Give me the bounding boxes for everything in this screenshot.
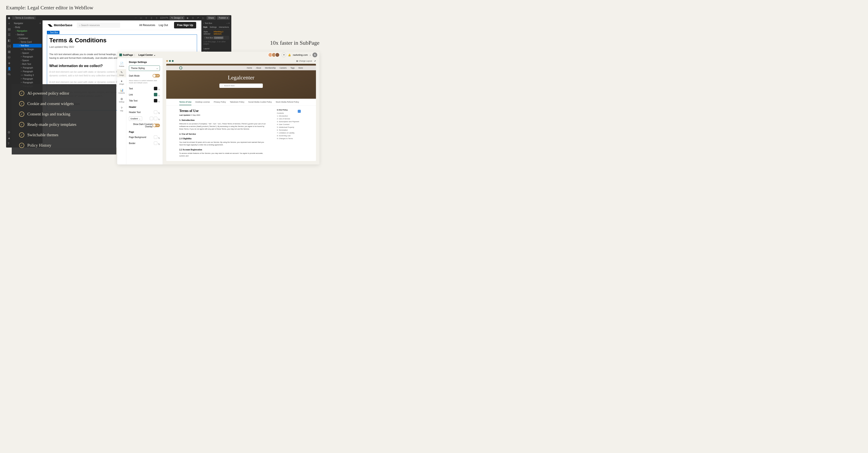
signup-button[interactable]: Free Sign Up <box>174 22 196 28</box>
desktop-icon[interactable]: ▭ <box>139 16 143 20</box>
more-icon[interactable]: ⋯ <box>134 16 138 20</box>
rail-item-design[interactable]: ✎Design <box>117 69 126 77</box>
cms-icon[interactable]: ⛁ <box>8 56 10 59</box>
toc-item[interactable]: 8. Governing Law <box>277 135 303 137</box>
hero-search-input[interactable]: ⌕ Search here <box>219 84 263 88</box>
mobile-icon[interactable]: ▯ <box>155 16 159 20</box>
publish-button[interactable]: Publish ▾ <box>217 16 229 20</box>
mobile-l-icon[interactable]: ▯ <box>150 16 153 20</box>
nav-icon[interactable]: ☰ <box>8 33 11 36</box>
page-selector[interactable]: Legal Center ⌄ <box>138 54 156 56</box>
policy-tab[interactable]: Desktop License <box>195 101 210 105</box>
ai-badge-icon[interactable] <box>298 110 301 113</box>
nav-tree-item[interactable]: H3 Heading 3 <box>13 73 42 77</box>
dropdown-icon[interactable]: ↓ <box>310 54 311 56</box>
theme-select[interactable]: Theme Styling⌄ <box>129 66 160 71</box>
site-logo-icon[interactable] <box>179 66 182 69</box>
hero-nav-link[interactable]: About <box>256 67 261 69</box>
rail-item-widget[interactable]: ✦Widget <box>117 78 126 86</box>
interactions-tab[interactable]: Interactions <box>219 26 229 28</box>
apps-icon[interactable]: ▲ <box>8 136 11 140</box>
toc-item[interactable]: 1. Introduction <box>277 115 303 117</box>
style-tab[interactable]: Style <box>203 26 208 28</box>
reset-icon[interactable]: ↻ <box>158 88 160 91</box>
hero-nav-link[interactable]: Home <box>247 67 252 69</box>
nav-tree-item[interactable]: ▫ Terms Card <box>13 40 42 44</box>
nav-tree-item[interactable]: ▫ Container <box>13 36 42 40</box>
reset-icon[interactable]: ↻ <box>158 94 160 97</box>
toc-item[interactable]: 4. User Conduct <box>277 124 303 125</box>
design-mode-button[interactable]: ✎ Design ▾ <box>169 16 184 20</box>
undo-icon[interactable]: ↶ <box>196 16 200 20</box>
ecom-icon[interactable]: 🛍 <box>8 72 11 76</box>
toc-item[interactable]: 6. Termination <box>277 129 303 131</box>
nav-link[interactable]: Log Out <box>159 24 168 27</box>
nav-tree-item[interactable]: ▫ Spacer <box>13 51 42 55</box>
policy-tab[interactable]: Takedown Policy <box>230 101 244 105</box>
eye-icon[interactable]: ◉ <box>186 16 190 20</box>
toc-item[interactable]: 5. Intellectual Property <box>277 126 303 128</box>
reset-icon[interactable]: ↻ <box>158 112 160 114</box>
gradient-select[interactable]: Gradient ⌄ <box>129 117 142 121</box>
nav-tree-item[interactable]: ▫ Navigation <box>13 29 42 33</box>
share-button[interactable]: Share <box>207 16 216 20</box>
nav-tree-item[interactable]: P Paragraph <box>13 70 42 73</box>
style-selector[interactable]: ▫ Text Box Centered <box>204 36 229 40</box>
overlay-toggle[interactable]: OFF <box>153 124 160 127</box>
collaborator-avatars[interactable] <box>269 53 280 57</box>
nav-tree-item[interactable]: P Paragraph <box>13 66 42 70</box>
toc-item[interactable]: 9. Changes to Terms <box>277 137 303 139</box>
logic-icon[interactable]: ◈ <box>8 61 10 65</box>
rail-item-help[interactable]: ?Help <box>117 105 126 113</box>
header-text-swatch[interactable] <box>154 110 157 114</box>
title-color-swatch[interactable] <box>154 99 157 102</box>
policy-tab[interactable]: Privacy Policy <box>214 101 226 105</box>
users-icon[interactable]: 👤 <box>7 67 11 70</box>
bell-icon[interactable]: 🔔 <box>288 54 291 56</box>
open-icon[interactable]: ⬈ <box>314 60 316 62</box>
nav-tree-item[interactable]: ▫ Body <box>13 25 42 29</box>
link-color-swatch[interactable] <box>154 93 157 96</box>
nav-link[interactable]: All Resources <box>139 24 155 27</box>
nav-tree-item[interactable]: H1 No Margin <box>13 47 42 51</box>
rail-item-policies[interactable]: 📄Policies <box>117 60 126 68</box>
hero-nav-link[interactable]: More <box>299 67 303 69</box>
change-layout-button[interactable]: ▦ Change Layout <box>296 60 312 62</box>
pages-icon[interactable]: ▤ <box>8 27 11 31</box>
code-icon[interactable]: ⟨⟩ <box>191 16 195 20</box>
nav-tree-item[interactable]: ▫ Section <box>13 33 42 36</box>
doc-heading[interactable]: Terms & Conditions <box>49 37 195 44</box>
add-collaborator-button[interactable]: + <box>281 53 286 57</box>
vars-icon[interactable]: {x} <box>7 44 11 48</box>
help-icon[interactable]: ? <box>8 142 11 145</box>
assets-icon[interactable]: ▦ <box>8 50 11 53</box>
reset-icon[interactable]: ↻ <box>158 100 160 103</box>
hero-nav-link[interactable]: Tags <box>290 67 294 69</box>
dark-mode-toggle[interactable]: OFF <box>153 74 160 77</box>
policy-tab[interactable]: Stock Media Refund Policy <box>276 101 299 105</box>
play-icon[interactable]: ▷ <box>202 16 205 20</box>
policy-tab[interactable]: Social Media Cookie Policy <box>248 101 272 105</box>
page-bg-swatch[interactable] <box>154 135 157 139</box>
nav-tree-item[interactable]: ▫ Text Box <box>13 44 42 47</box>
nav-tree-item[interactable]: ▫ Rich Text <box>13 62 42 66</box>
hero-nav-link[interactable]: Careers <box>279 67 286 69</box>
toc-item[interactable]: 7. Limitation of Liability <box>277 132 303 134</box>
tablet-icon[interactable]: ▯ <box>144 16 148 20</box>
nav-tree-item[interactable]: P Paragraph <box>13 77 42 81</box>
user-avatar[interactable]: S <box>312 53 317 57</box>
border-swatch[interactable] <box>154 141 157 145</box>
nav-tree-item[interactable]: ▫ Spacer <box>13 59 42 62</box>
webflow-tab[interactable]: ▫Terms & Conditions <box>12 16 36 20</box>
components-icon[interactable]: ◧ <box>8 39 11 42</box>
rail-item-settings[interactable]: ⚙Settings <box>117 96 126 104</box>
search-input[interactable]: ⌕ Search resources <box>77 23 120 28</box>
policy-tab[interactable]: Terms of Use <box>179 101 191 105</box>
settings-icon[interactable]: ⚙ <box>8 131 11 134</box>
rail-item-consents[interactable]: 📊Consents <box>117 87 126 95</box>
toc-item[interactable]: 2. Use of Service <box>277 118 303 120</box>
toc-item[interactable]: 3. Subscription and Payment <box>277 121 303 123</box>
close-icon[interactable]: × <box>39 22 41 25</box>
text-color-swatch[interactable] <box>154 87 157 90</box>
hero-nav-link[interactable]: Membership <box>265 67 276 69</box>
